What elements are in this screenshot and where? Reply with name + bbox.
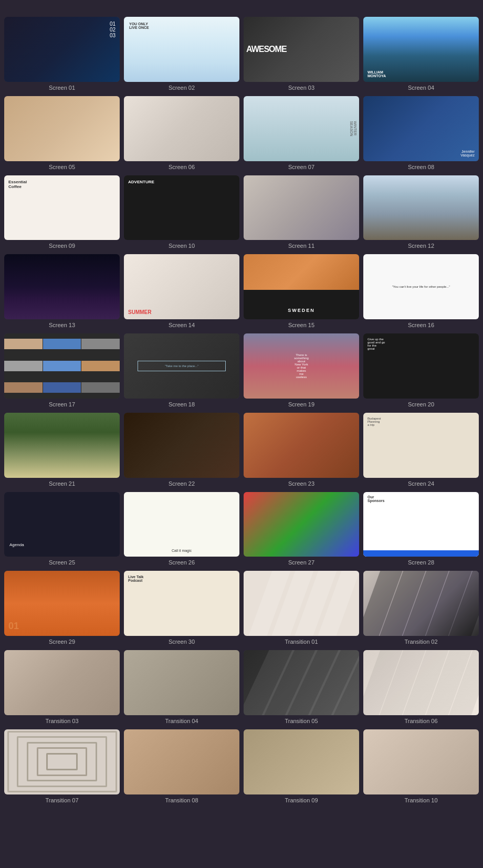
item-screen-02[interactable]: Screen 02 [124, 17, 239, 91]
thumb-transition-03 [4, 650, 120, 715]
thumb-inner-screen-24 [363, 413, 479, 478]
label-transition-01: Transition 01 [285, 639, 318, 645]
item-transition-07[interactable]: Transition 07 [4, 729, 120, 803]
item-screen-11[interactable]: Screen 11 [244, 175, 359, 249]
item-screen-03[interactable]: Screen 03 [244, 17, 359, 91]
label-screen-03: Screen 03 [288, 85, 314, 91]
label-screen-22: Screen 22 [169, 480, 195, 487]
thumb-screen-27 [244, 492, 359, 557]
label-screen-26: Screen 26 [169, 559, 195, 566]
item-screen-07[interactable]: Screen 07 [244, 96, 359, 170]
item-transition-02[interactable]: Transition 02 [363, 571, 479, 645]
thumb-transition-05 [244, 650, 359, 715]
thumb-inner-screen-22 [124, 413, 239, 478]
label-screen-13: Screen 13 [49, 322, 75, 328]
item-screen-15[interactable]: Screen 15 [244, 254, 359, 328]
thumb-inner-screen-04 [363, 17, 479, 82]
label-screen-28: Screen 28 [408, 559, 434, 566]
thumb-inner-screen-27 [244, 492, 359, 557]
thumb-transition-10 [363, 729, 479, 794]
item-transition-04[interactable]: Transition 04 [124, 650, 239, 724]
thumb-screen-11 [244, 175, 359, 240]
label-screen-29: Screen 29 [49, 639, 75, 645]
item-screen-22[interactable]: Screen 22 [124, 413, 239, 487]
item-screen-20[interactable]: Screen 20 [363, 333, 479, 407]
thumb-screen-01 [4, 17, 120, 82]
thumb-screen-25 [4, 492, 120, 557]
label-screen-15: Screen 15 [288, 322, 314, 328]
thumb-inner-transition-07 [4, 729, 120, 794]
item-screen-01[interactable]: Screen 01 [4, 17, 120, 91]
thumb-screen-10 [124, 175, 239, 240]
item-screen-14[interactable]: Screen 14 [124, 254, 239, 328]
label-transition-09: Transition 09 [285, 797, 318, 803]
item-screen-27[interactable]: Screen 27 [244, 492, 359, 566]
item-screen-16[interactable]: Screen 16 [363, 254, 479, 328]
label-transition-04: Transition 04 [165, 718, 198, 724]
label-screen-09: Screen 09 [49, 243, 75, 249]
item-screen-30[interactable]: Screen 30 [124, 571, 239, 645]
item-screen-18[interactable]: Screen 18 [124, 333, 239, 407]
item-screen-17[interactable]: Screen 17 [4, 333, 120, 407]
item-transition-10[interactable]: Transition 10 [363, 729, 479, 803]
thumb-screen-29 [4, 571, 120, 636]
thumb-inner-screen-03 [244, 17, 359, 82]
item-transition-08[interactable]: Transition 08 [124, 729, 239, 803]
thumb-screen-08 [363, 96, 479, 161]
item-screen-24[interactable]: Screen 24 [363, 413, 479, 487]
thumb-inner-screen-28 [363, 492, 479, 557]
page-title [4, 5, 479, 17]
item-screen-21[interactable]: Screen 21 [4, 413, 120, 487]
item-screen-04[interactable]: Screen 04 [363, 17, 479, 91]
label-screen-02: Screen 02 [169, 85, 195, 91]
item-transition-09[interactable]: Transition 09 [244, 729, 359, 803]
item-screen-06[interactable]: Screen 06 [124, 96, 239, 170]
item-screen-12[interactable]: Screen 12 [363, 175, 479, 249]
thumb-screen-24 [363, 413, 479, 478]
thumb-transition-02 [363, 571, 479, 636]
item-screen-13[interactable]: Screen 13 [4, 254, 120, 328]
label-screen-27: Screen 27 [288, 559, 314, 566]
item-screen-19[interactable]: Screen 19 [244, 333, 359, 407]
label-transition-08: Transition 08 [165, 797, 198, 803]
label-screen-17: Screen 17 [49, 401, 75, 407]
item-screen-25[interactable]: Screen 25 [4, 492, 120, 566]
item-screen-10[interactable]: Screen 10 [124, 175, 239, 249]
item-screen-05[interactable]: Screen 05 [4, 96, 120, 170]
thumb-inner-transition-03 [4, 650, 120, 715]
label-screen-19: Screen 19 [288, 401, 314, 407]
item-screen-29[interactable]: Screen 29 [4, 571, 120, 645]
item-screen-28[interactable]: Screen 28 [363, 492, 479, 566]
thumb-inner-transition-09 [244, 729, 359, 794]
thumb-inner-screen-30 [124, 571, 239, 636]
item-transition-03[interactable]: Transition 03 [4, 650, 120, 724]
label-transition-05: Transition 05 [285, 718, 318, 724]
item-screen-23[interactable]: Screen 23 [244, 413, 359, 487]
thumb-inner-screen-11 [244, 175, 359, 240]
thumb-inner-screen-19 [244, 333, 359, 399]
thumb-transition-08 [124, 729, 239, 794]
label-screen-25: Screen 25 [49, 559, 75, 566]
label-transition-10: Transition 10 [404, 797, 437, 803]
label-screen-01: Screen 01 [49, 85, 75, 91]
item-screen-09[interactable]: Screen 09 [4, 175, 120, 249]
item-transition-05[interactable]: Transition 05 [244, 650, 359, 724]
item-transition-01[interactable]: Transition 01 [244, 571, 359, 645]
item-screen-08[interactable]: Screen 08 [363, 96, 479, 170]
thumb-inner-screen-01 [4, 17, 120, 82]
thumb-inner-screen-14 [124, 254, 239, 319]
thumb-transition-09 [244, 729, 359, 794]
items-grid: Screen 01Screen 02Screen 03Screen 04Scre… [4, 17, 479, 803]
thumb-inner-screen-06 [124, 96, 239, 161]
thumb-inner-transition-02 [363, 571, 479, 636]
thumb-screen-09 [4, 175, 120, 240]
thumb-screen-17 [4, 333, 120, 399]
thumb-inner-transition-04 [124, 650, 239, 715]
item-screen-26[interactable]: Screen 26 [124, 492, 239, 566]
thumb-inner-screen-29 [4, 571, 120, 636]
item-transition-06[interactable]: Transition 06 [363, 650, 479, 724]
thumb-screen-02 [124, 17, 239, 82]
label-screen-24: Screen 24 [408, 480, 434, 487]
thumb-inner-screen-23 [244, 413, 359, 478]
thumb-inner-screen-21 [4, 413, 120, 478]
